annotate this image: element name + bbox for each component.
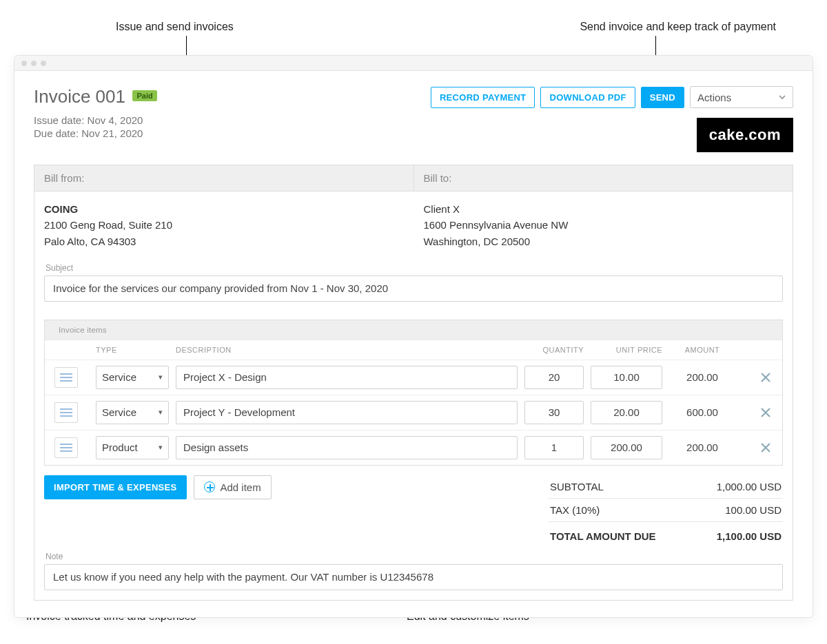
amount-value: 600.00 — [669, 406, 735, 418]
close-icon — [760, 407, 771, 418]
unit-price-input[interactable] — [591, 401, 662, 424]
total-due-label: TOTAL AMOUNT DUE — [550, 530, 656, 542]
col-unit-price: UNIT PRICE — [591, 346, 662, 354]
company-logo-text: cake.com — [709, 126, 781, 144]
subtotal-label: SUBTOTAL — [550, 481, 604, 492]
bill-to-line1: 1600 Pennsylvania Avenue NW — [424, 217, 784, 233]
chevron-down-icon: ▾ — [159, 373, 163, 382]
record-payment-button[interactable]: RECORD PAYMENT — [431, 87, 535, 108]
issue-date-label: Issue date: — [34, 114, 84, 126]
amount-value: 200.00 — [669, 371, 735, 383]
window-titlebar — [14, 56, 813, 71]
issue-date: Issue date: Nov 4, 2020 — [34, 114, 157, 126]
remove-row-button[interactable] — [756, 403, 775, 422]
status-badge: Paid — [132, 90, 156, 101]
subject-input[interactable] — [44, 276, 783, 302]
table-row: Service▾ 200.00 — [45, 360, 782, 395]
issue-date-value: Nov 4, 2020 — [88, 114, 143, 126]
col-quantity: QUANTITY — [524, 346, 584, 354]
subtotal-value: 1,000.00 USD — [717, 481, 782, 492]
type-select[interactable]: Service▾ — [96, 366, 169, 389]
subject-label: Subject — [45, 263, 783, 273]
col-type: TYPE — [96, 346, 169, 354]
unit-price-input[interactable] — [591, 436, 662, 459]
actions-dropdown[interactable]: Actions — [690, 86, 793, 108]
import-time-expenses-button[interactable]: IMPORT TIME & EXPENSES — [44, 475, 187, 499]
bill-from-line2: Palo Alto, CA 94303 — [44, 233, 404, 249]
description-input[interactable] — [176, 401, 518, 424]
type-select-value: Service — [102, 406, 136, 418]
remove-row-button[interactable] — [756, 438, 775, 457]
chevron-down-icon: ▾ — [159, 408, 163, 417]
add-item-label: Add item — [221, 481, 261, 493]
drag-handle-icon[interactable] — [54, 402, 78, 423]
due-date-value: Nov 21, 2020 — [81, 127, 143, 139]
tax-value: 100.00 USD — [725, 504, 782, 516]
plus-circle-icon — [204, 481, 215, 492]
note-input[interactable] — [44, 564, 783, 590]
remove-row-button[interactable] — [756, 368, 775, 387]
actions-dropdown-label: Actions — [697, 92, 731, 103]
description-input[interactable] — [176, 436, 518, 459]
bill-panel: Bill from: Bill to: COING 2100 Geng Road… — [34, 165, 793, 601]
company-logo: cake.com — [697, 118, 793, 152]
total-due-value: 1,100.00 USD — [717, 530, 782, 542]
unit-price-input[interactable] — [591, 366, 662, 389]
description-input[interactable] — [176, 366, 518, 389]
col-description: DESCRIPTION — [176, 346, 518, 354]
chevron-down-icon: ▾ — [159, 443, 163, 452]
bill-from-name: COING — [44, 201, 404, 217]
due-date: Due date: Nov 21, 2020 — [34, 127, 157, 139]
bill-from-line1: 2100 Geng Road, Suite 210 — [44, 217, 404, 233]
window-dot — [31, 61, 37, 66]
quantity-input[interactable] — [524, 436, 584, 459]
tax-label: TAX (10%) — [550, 504, 600, 516]
bill-from-block: COING 2100 Geng Road, Suite 210 Palo Alt… — [34, 191, 414, 260]
type-select-value: Product — [102, 442, 138, 453]
bill-to-block: Client X 1600 Pennsylvania Avenue NW Was… — [414, 191, 793, 260]
quantity-input[interactable] — [524, 401, 584, 424]
bill-to-line2: Washington, DC 20500 — [424, 233, 784, 249]
invoice-items-heading: Invoice items — [45, 320, 782, 340]
send-button[interactable]: SEND — [641, 87, 684, 108]
note-label: Note — [45, 552, 783, 561]
totals-block: SUBTOTAL 1,000.00 USD TAX (10%) 100.00 U… — [549, 475, 783, 548]
bill-to-header: Bill to: — [414, 165, 793, 191]
download-pdf-button[interactable]: DOWNLOAD PDF — [540, 87, 635, 108]
invoice-title: Invoice 001 — [34, 86, 125, 107]
callout-track-payment: Send invoice and keep track of payment — [580, 21, 776, 33]
quantity-input[interactable] — [524, 366, 584, 389]
drag-handle-icon[interactable] — [54, 437, 78, 458]
drag-handle-icon[interactable] — [54, 367, 78, 388]
chevron-down-icon — [779, 95, 786, 99]
due-date-label: Due date: — [34, 127, 79, 139]
window-dot — [21, 61, 27, 66]
type-select[interactable]: Product▾ — [96, 436, 169, 459]
amount-value: 200.00 — [669, 442, 735, 453]
table-row: Product▾ 200.00 — [45, 430, 782, 465]
invoice-items-table: Invoice items TYPE DESCRIPTION QUANTITY … — [44, 320, 783, 466]
type-select-value: Service — [102, 371, 136, 383]
bill-to-name: Client X — [424, 201, 784, 217]
add-item-button[interactable]: Add item — [194, 475, 272, 499]
callout-issue-send: Issue and send invoices — [116, 21, 234, 33]
table-row: Service▾ 600.00 — [45, 395, 782, 430]
col-amount: AMOUNT — [669, 346, 735, 354]
close-icon — [760, 442, 771, 453]
window-dot — [41, 61, 46, 66]
close-icon — [760, 372, 771, 383]
browser-window: Invoice 001 Paid Issue date: Nov 4, 2020… — [14, 55, 813, 618]
bill-from-header: Bill from: — [34, 165, 414, 191]
type-select[interactable]: Service▾ — [96, 401, 169, 424]
